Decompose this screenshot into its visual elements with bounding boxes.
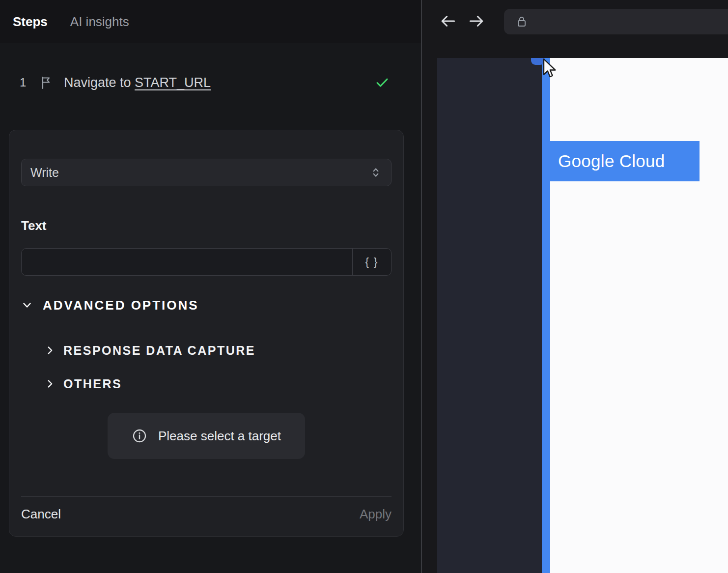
browser-panel: Google Cloud — [422, 0, 728, 573]
flag-icon — [40, 76, 52, 89]
step-number: 1 — [20, 76, 28, 89]
step-title: Navigate to START_URL — [64, 75, 211, 90]
chevron-updown-icon — [369, 166, 382, 179]
section-label: OTHERS — [63, 377, 122, 391]
step-title-text: Navigate to — [64, 75, 135, 90]
chevron-down-icon — [21, 299, 33, 311]
step-row[interactable]: 1 Navigate to START_URL — [20, 73, 401, 92]
tab-ai-insights[interactable]: AI insights — [70, 14, 129, 29]
action-select[interactable]: Write — [21, 159, 392, 186]
action-select-value: Write — [30, 166, 369, 180]
section-label: RESPONSE DATA CAPTURE — [63, 344, 255, 358]
highlight-label: Google Cloud — [549, 141, 700, 181]
info-icon — [132, 428, 147, 444]
text-input-group: { } — [21, 248, 392, 276]
panel-tab-bar: Steps AI insights — [0, 0, 421, 43]
steps-panel: Steps AI insights 1 Navigate to START_UR… — [0, 0, 421, 573]
start-url-link[interactable]: START_URL — [135, 75, 211, 90]
variables-button[interactable]: { } — [352, 249, 391, 275]
chevron-right-icon — [45, 378, 56, 389]
app-window: Steps AI insights 1 Navigate to START_UR… — [0, 0, 728, 573]
browser-toolbar — [422, 0, 728, 43]
chevron-right-icon — [45, 345, 56, 356]
select-target-hint: Please select a target — [108, 413, 305, 459]
page-sidebar — [437, 58, 542, 573]
advanced-options-toggle[interactable]: ADVANCED OPTIONS — [21, 297, 392, 313]
back-button[interactable] — [439, 12, 457, 30]
editor-footer: Cancel Apply — [21, 497, 392, 531]
text-field-label: Text — [21, 218, 392, 233]
section-others[interactable]: OTHERS — [45, 376, 392, 392]
apply-button[interactable]: Apply — [360, 507, 392, 522]
cursor-icon — [541, 58, 559, 79]
select-target-hint-text: Please select a target — [158, 429, 281, 444]
highlight-label-text: Google Cloud — [558, 151, 665, 171]
cancel-button[interactable]: Cancel — [21, 507, 61, 522]
check-icon — [375, 75, 390, 90]
address-bar[interactable] — [504, 9, 728, 34]
section-response-data-capture[interactable]: RESPONSE DATA CAPTURE — [45, 343, 392, 358]
highlighted-element[interactable] — [542, 58, 550, 573]
forward-button[interactable] — [467, 12, 486, 30]
browser-viewport[interactable]: Google Cloud — [437, 58, 728, 573]
advanced-options-label: ADVANCED OPTIONS — [43, 298, 199, 313]
lock-icon — [516, 15, 528, 28]
text-input[interactable] — [22, 249, 352, 275]
step-editor-card: Write Text { } ADVANCED OPTIONS — [9, 130, 404, 537]
tab-steps[interactable]: Steps — [13, 14, 48, 29]
